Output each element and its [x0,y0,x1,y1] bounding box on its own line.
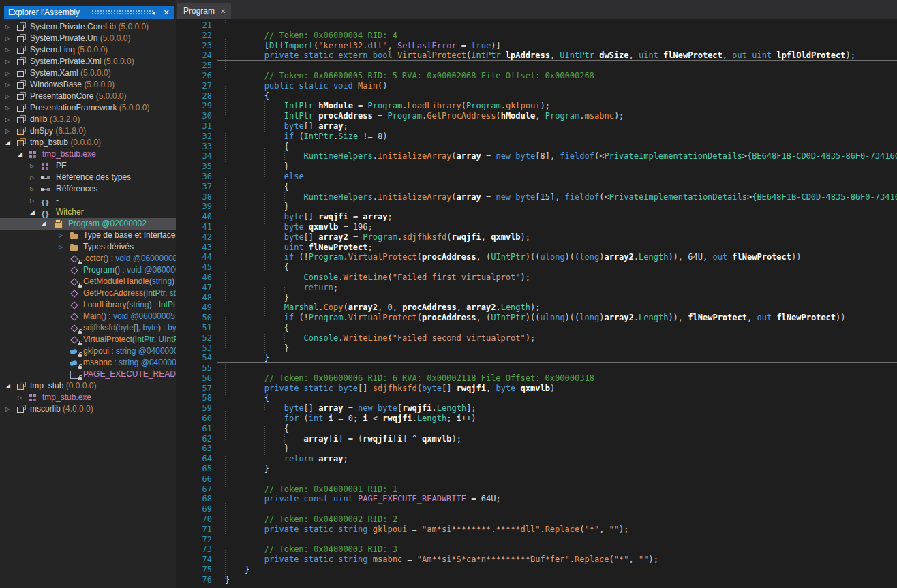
line-number: 60 [192,414,212,424]
expander-closed-icon[interactable]: ▷ [59,241,63,253]
tree-item[interactable]: msabnc : string @04000003 [0,357,176,369]
code-line: 43 uint flNewProtect; [217,243,897,253]
panel-drag-grip[interactable] [91,10,153,16]
tree-item[interactable]: Program() : void @06000009 [0,264,176,276]
expander-closed-icon[interactable]: ▷ [30,195,34,206]
expander-closed-icon[interactable]: ▷ [5,79,10,91]
tree-item-label: Type de base et Interfaces [83,230,176,241]
code-text: } [225,343,289,354]
expander-closed-icon[interactable]: ▷ [30,172,34,183]
tree-item[interactable]: ▷System.Xaml (5.0.0.0) [0,67,176,79]
assembly-icon [16,104,26,112]
expander-open-icon[interactable]: ◢ [18,149,22,160]
expander-closed-icon[interactable]: ▷ [5,33,10,44]
tree-item[interactable]: ▷WindowsBase (5.0.0.0) [0,79,176,91]
namespace-icon [41,196,50,205]
line-number: 68 [192,494,212,504]
expander-closed-icon[interactable]: ▷ [5,56,10,67]
tree-item-label: System.Private.Xml (5.0.0.0) [30,56,134,67]
tree-item[interactable]: ▷System.Private.Xml (5.0.0.0) [0,56,176,67]
tree-item[interactable]: gklpoui : string @04000002 [0,345,176,357]
assembly-icon [16,46,26,55]
tree-item[interactable]: ▷mscorlib (4.0.0.0) [0,403,176,415]
code-line: 25 [217,61,897,71]
code-line: 67 // Token: 0x04000001 RID: 1 [217,484,897,495]
panel-title: Explorer l'Assembly [8,7,80,17]
tree-item[interactable]: ◢tmp_bstub (0.0.0.0) [0,137,176,149]
tree-item[interactable]: ◢tmp_bstub.exe [0,149,176,160]
code-text: if (IntPtr.Size != 8) [225,131,387,142]
assembly-icon [16,34,26,43]
code-line: 73 // Token: 0x04000003 RID: 3 [217,544,897,555]
code-text: byte qxmvlb = 196; [225,222,373,232]
tree-item[interactable]: ▷dnSpy (6.1.8.0) [0,125,176,137]
code-editor[interactable]: 2122 // Token: 0x06000004 RID: 423 [DllI… [176,19,897,588]
line-number: 57 [192,384,212,394]
expander-open-icon[interactable]: ◢ [30,206,35,218]
expander-closed-icon[interactable]: ▷ [5,403,10,415]
close-icon[interactable]: ✕ [161,6,172,19]
expander-open-icon[interactable]: ◢ [5,380,10,392]
code-line: 23 [DllImport("kernel32.dll", SetLastErr… [217,41,897,51]
tree-item[interactable]: Main() : void @06000005 [0,311,176,322]
expander-closed-icon[interactable]: ▷ [5,114,10,125]
tree-item[interactable]: ▷System.Linq (5.0.0.0) [0,44,176,56]
method-icon [70,324,79,332]
chevron-down-icon[interactable]: ▾ [149,6,159,19]
code-text: // Token: 0x06000005 RID: 5 RVA: 0x00002… [225,71,594,81]
expander-open-icon[interactable]: ◢ [41,218,46,230]
tree-item[interactable]: ▷Types dérivés [0,241,176,253]
tab-close-icon[interactable]: ✕ [220,7,226,15]
expander-closed-icon[interactable]: ▷ [59,230,63,241]
code-line: 35 } [217,161,897,172]
typeref-icon [41,185,50,194]
tree-item[interactable]: sdjfhksfd(byte[], byte) : byte[] [0,322,176,334]
expander-closed-icon[interactable]: ▷ [18,392,22,403]
tree-item-label: System.Private.CoreLib (5.0.0.0) [30,21,149,33]
tree-item[interactable]: LoadLibrary(string) : IntPtr [0,299,176,311]
tree-item[interactable]: ▷System.Private.Uri (5.0.0.0) [0,33,176,44]
line-number: 49 [192,303,212,313]
tree-item[interactable]: PAGE_EXECUTE_READWRITE [0,369,176,380]
tree-item-label: System.Xaml (5.0.0.0) [30,67,111,79]
line-number: 24 [192,50,212,61]
tree-item[interactable]: VirtualProtect(IntPtr, UIntPtr, uint, ui… [0,334,176,345]
expander-closed-icon[interactable]: ▷ [5,67,10,79]
tree-item[interactable]: GetModuleHandle(string) : IntPtr [0,276,176,288]
tree-item-label: .cctor() : void @06000008 [83,253,176,264]
code-line: 53 } [217,343,897,354]
expander-closed-icon[interactable]: ▷ [5,102,10,114]
expander-open-icon[interactable]: ◢ [5,137,10,149]
tree-item[interactable]: ▷- [0,195,176,206]
tree-item[interactable]: ◢tmp_stub (0.0.0.0) [0,380,176,392]
code-text: [DllImport("kernel32.dll", SetLastError … [225,41,501,51]
tree-item[interactable]: ▷dnlib (3.3.2.0) [0,114,176,125]
expander-closed-icon[interactable]: ▷ [5,44,10,56]
code-line: 31 byte[] array; [217,121,897,131]
expander-closed-icon[interactable]: ▷ [30,160,34,172]
code-line: 52 Console.WriteLine("Failed second virt… [217,333,897,343]
tree-item[interactable]: ▷PresentationCore (5.0.0.0) [0,91,176,102]
tree-item[interactable]: ▷Référence des types [0,172,176,183]
expander-closed-icon[interactable]: ▷ [5,91,10,102]
expander-closed-icon[interactable]: ▷ [30,183,34,195]
tree-item[interactable]: ▷System.Private.CoreLib (5.0.0.0) [0,21,176,33]
tree-item[interactable]: ▷PresentationFramework (5.0.0.0) [0,102,176,114]
tree-item[interactable]: ▷Type de base et Interfaces [0,230,176,241]
assembly-explorer-header[interactable]: Explorer l'Assembly ▾ ✕ [4,6,174,19]
code-text: { [225,142,289,152]
tree-item[interactable]: GetProcAddress(IntPtr, string) : IntPtr [0,288,176,299]
tree-item[interactable]: ▷PE [0,160,176,172]
line-number: 67 [192,484,212,495]
expander-closed-icon[interactable]: ▷ [5,125,10,137]
tree-item[interactable]: .cctor() : void @06000008 [0,253,176,264]
tree-item[interactable]: ◢Witcher [0,206,176,218]
tree-item[interactable]: ▷Références [0,183,176,195]
code-text: Console.WriteLine("Failed first virtualp… [225,273,530,283]
tree-item[interactable]: ◢Program @02000002 [0,218,176,230]
code-text: byte[] array = new byte[rwqjfi.Length]; [225,403,476,414]
expander-closed-icon[interactable]: ▷ [5,21,10,33]
tree-item[interactable]: ▷tmp_stub.exe [0,392,176,403]
tab-program[interactable]: Program✕ [177,3,231,19]
tree-item-label: VirtualProtect(IntPtr, UIntPtr, uint, ui… [83,334,176,345]
